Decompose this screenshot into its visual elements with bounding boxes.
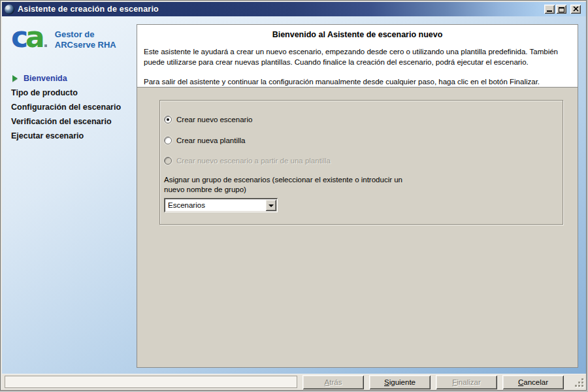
step-label: Configuración del escenario [11,103,121,112]
radio-label: Crear nueva plantilla [176,137,245,144]
step-label: Tipo de producto [11,88,78,97]
titlebar: Asistente de creación de escenario [2,2,586,16]
ca-logo-mark: ca [11,24,47,50]
sidebar: ca Gestor de ARCserve RHA Bienvenida Tip… [2,16,137,374]
content-panel: Crear nuevo escenario Crear nueva planti… [137,88,578,368]
step-label: Ejecutar escenario [11,131,84,140]
window-title: Asistente de creación de escenario [18,5,159,14]
finish-button[interactable]: Finalizar [436,375,497,389]
product-name: Gestor de ARCserve RHA [55,29,116,50]
chevron-down-icon [269,204,274,207]
ca-logo: ca Gestor de ARCserve RHA [11,24,116,50]
cancel-button[interactable]: Cancelar [502,375,564,389]
step-label: Bienvenida [24,74,67,83]
step-ejecutar-escenario: Ejecutar escenario [2,129,136,143]
step-label: Verificación del escenario [11,117,112,126]
finish-hint-text: Para salir del asistente y continuar la … [144,76,571,87]
back-button[interactable]: Atrás [302,375,364,389]
wizard-steps: Bienvenida Tipo de producto Configuració… [2,71,136,143]
window-controls [544,5,581,14]
scenario-options-group: Crear nuevo escenario Crear nueva planti… [159,100,563,225]
radio-crear-nueva-plantilla[interactable]: Crear nueva plantilla [164,136,245,145]
window-body: ca Gestor de ARCserve RHA Bienvenida Tip… [2,16,586,374]
radio-crear-escenario-desde-plantilla: Crear nuevo escenario a partir de una pl… [164,156,331,165]
step-bienvenida: Bienvenida [2,71,136,86]
globe-icon [5,5,14,14]
next-button[interactable]: Siguiente [369,375,431,389]
ca-logo-dot [44,44,47,47]
wizard-window: Asistente de creación de escenario ca Ge… [0,0,587,391]
close-icon [573,7,579,12]
scenario-group-combobox[interactable]: Escenarios [164,198,278,212]
close-button[interactable] [570,5,581,14]
resize-grip[interactable] [574,377,584,387]
welcome-header-panel: Bienvenido al Asistente de escenario nue… [137,24,578,88]
step-verificacion-del-escenario: Verificación del escenario [2,114,136,129]
intro-text: Este asistente le ayudará a crear un nue… [144,46,571,67]
maximize-icon [559,7,564,12]
scenario-group-label: Asignar un grupo de escenarios (seleccio… [164,175,424,195]
maximize-button[interactable] [556,5,566,14]
step-configuracion-del-escenario: Configuración del escenario [2,100,136,114]
step-tipo-de-producto: Tipo de producto [2,86,136,100]
radio-label: Crear nuevo escenario a partir de una pl… [176,157,331,165]
combobox-dropdown-button[interactable] [265,199,276,211]
radio-disabled-icon [164,157,172,165]
radio-selected-icon[interactable] [164,116,172,123]
combobox-value: Escenarios [164,201,265,209]
radio-label: Crear nuevo escenario [176,116,252,123]
status-bar [5,376,297,388]
product-name-line2: ARCserve RHA [55,40,116,50]
page-title: Bienvenido al Asistente de escenario nue… [144,30,571,39]
minimize-button[interactable] [544,5,555,14]
radio-unselected-icon[interactable] [164,137,172,144]
radio-crear-nuevo-escenario[interactable]: Crear nuevo escenario [164,115,252,124]
current-step-arrow-icon [12,75,18,82]
footer-bar: Atrás Siguiente Finalizar Cancelar [2,374,586,390]
minimize-icon [547,10,552,12]
product-name-line1: Gestor de [55,29,95,39]
